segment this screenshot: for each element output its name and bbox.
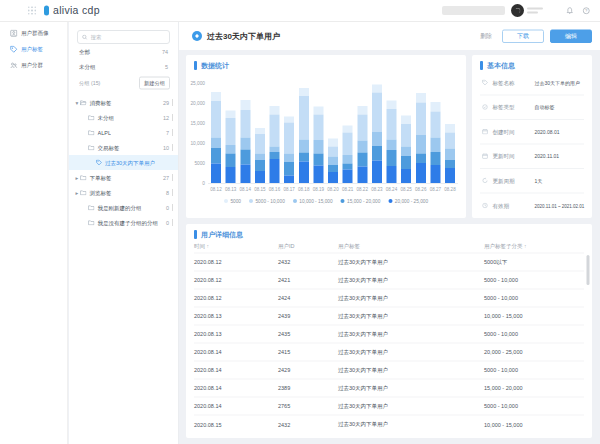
bar-segment — [372, 93, 382, 132]
table-cell: 2429 — [278, 361, 338, 379]
table-cell: 2020.08.13 — [194, 325, 278, 343]
table-body: 2020.08.122432过去30天内下单用户5000以下2020.08.12… — [194, 253, 584, 433]
info-value: 2020.08.01 — [535, 129, 560, 135]
tree-filter-ungrouped[interactable]: 未分组 5 — [69, 59, 178, 74]
tree-item[interactable]: ▾消费标签29 — [69, 95, 178, 110]
bar-segment — [270, 152, 280, 159]
info-row: 标签名称过去30天下单的用户 — [480, 71, 584, 96]
item-menu-divider[interactable] — [172, 204, 173, 211]
sort-icon[interactable]: ↑ — [207, 244, 210, 250]
bar-segment — [313, 153, 323, 165]
sidebar-item-label: 用户标签 — [21, 45, 43, 53]
tree-item-count: 27 — [160, 175, 169, 181]
table-cell: 15,000 - 20,000 — [484, 379, 584, 397]
tree-item-label: 下单标签 — [90, 174, 112, 182]
logo-icon — [44, 6, 49, 16]
table-cell: 2765 — [278, 397, 338, 415]
tag-tree-panel: 全部 74 未分组 5 分组 (15) 新建分组 ▾消费标签29未分组12ALP… — [69, 22, 179, 444]
download-button[interactable]: 下载 — [502, 29, 544, 43]
page-title: 过去30天内下单用户 — [207, 31, 280, 42]
column-header[interactable]: 时间 ↑ — [194, 240, 278, 253]
search-input[interactable] — [91, 34, 166, 40]
tag-icon — [482, 80, 489, 87]
legend-label: 20,000 - 25,000 — [395, 198, 428, 204]
tree-item[interactable]: ▸浏览标签8 — [69, 185, 178, 200]
bar-segment — [372, 132, 382, 146]
bar-segment — [445, 168, 455, 183]
table-row[interactable]: 2020.08.132435过去30天内下单用户5000 - 10,000 — [194, 325, 584, 343]
item-menu-divider[interactable] — [172, 174, 173, 181]
search-box[interactable] — [77, 30, 170, 44]
x-tick-label: 08.21 — [341, 187, 355, 192]
tree-filter-all[interactable]: 全部 74 — [69, 44, 178, 59]
x-tick-label: 08.17 — [282, 187, 296, 192]
item-menu-divider[interactable] — [172, 144, 173, 151]
item-menu-divider[interactable] — [172, 219, 173, 226]
table-cell: 2020.08.14 — [194, 397, 278, 415]
bar-segment — [299, 161, 309, 183]
table-row[interactable]: 2020.08.122424过去30天内下单用户5000 - 10,000 — [194, 289, 584, 307]
column-header: 用户ID — [278, 240, 338, 253]
table-cell: 2020.08.12 — [194, 271, 278, 289]
item-menu-divider[interactable] — [172, 114, 173, 121]
item-menu-divider[interactable] — [172, 99, 173, 106]
tree-item[interactable]: 过去30天内下单用户 — [69, 155, 178, 170]
apps-grid-icon[interactable] — [28, 7, 36, 15]
legend-label: 15,000 - 20,000 — [347, 198, 380, 204]
sidebar-item-user-tags[interactable]: 用户标签 — [0, 41, 67, 57]
table-row[interactable]: 2020.08.142415过去30天内下单用户20,000 - 25,000 — [194, 343, 584, 361]
table-scrollbar[interactable] — [587, 255, 590, 285]
table-row[interactable]: 2020.08.122421过去30天内下单用户5000 - 10,000 — [194, 271, 584, 289]
section-title-statistics: 数据统计 — [201, 61, 229, 70]
bar-segment — [430, 111, 440, 137]
bar-segment — [226, 167, 236, 183]
item-menu-divider[interactable] — [172, 189, 173, 196]
x-tick-label: 08.16 — [268, 187, 282, 192]
section-title-user-detail: 用户详细信息 — [201, 230, 243, 239]
sidebar-item-user-portrait[interactable]: 用户群画像 — [0, 25, 67, 41]
tree-item-label: ALPL — [98, 130, 111, 136]
tree-item-label: 未分组 — [98, 114, 115, 122]
table-cell: 5000 - 10,000 — [484, 289, 584, 307]
tree-item-count: 0 — [163, 205, 169, 211]
table-row[interactable]: 2020.08.122432过去30天内下单用户5000以下 — [194, 253, 584, 271]
edit-button[interactable]: 编辑 — [550, 29, 592, 43]
item-menu-divider[interactable] — [172, 129, 173, 136]
bar-segment — [430, 152, 440, 165]
sort-icon[interactable]: ↑ — [524, 244, 527, 250]
tree-item[interactable]: 我是刚新建的分组0 — [69, 200, 178, 215]
bar-segment — [401, 124, 411, 147]
table-cell: 5000以下 — [484, 253, 584, 271]
x-axis-labels: 08.1208.1308.1408.1508.1608.1708.1808.19… — [208, 187, 458, 192]
tree-item-label: 我是没有建子分组的分组 — [98, 219, 159, 227]
table-row[interactable]: 2020.08.142429过去30天内下单用户5000 - 10,000 — [194, 361, 584, 379]
tree-item[interactable]: ▸下单标签27 — [69, 170, 178, 185]
table-row[interactable]: 2020.08.142389过去30天内下单用户15,000 - 20,000 — [194, 379, 584, 397]
delete-button[interactable]: 删除 — [480, 32, 492, 41]
table-cell: 10,000 - 15,000 — [484, 415, 584, 433]
new-group-button[interactable]: 新建分组 — [139, 77, 170, 90]
y-tick-label: 5000 — [194, 160, 205, 166]
bar-segment — [299, 96, 309, 139]
bar-segment — [445, 160, 455, 168]
sidebar-item-user-groups[interactable]: 用户分群 — [0, 57, 67, 73]
x-tick-label: 08.13 — [224, 187, 238, 192]
bar-segment — [240, 137, 250, 149]
bar-segment — [387, 101, 397, 109]
column-header[interactable]: 用户标签子分类 ↑ — [484, 240, 584, 253]
help-icon[interactable]: ? — [583, 7, 591, 15]
table-row[interactable]: 2020.08.142765过去30天内下单用户5000 - 10,000 — [194, 397, 584, 415]
tree-item[interactable]: 未分组12 — [69, 110, 178, 125]
table-cell: 5000 - 10,000 — [484, 397, 584, 415]
table-row[interactable]: 2020.08.152432过去30天内下单用户10,000 - 15,000 — [194, 415, 584, 433]
bar-08.28 — [445, 124, 455, 183]
tree-item[interactable]: ALPL7 — [69, 125, 178, 140]
tree-item[interactable]: 我是没有建子分组的分组0 — [69, 215, 178, 230]
info-label: 创建时间 — [493, 128, 535, 136]
avatar[interactable] — [511, 4, 524, 17]
table-row[interactable]: 2020.08.132439过去30天内下单用户10,000 - 15,000 — [194, 307, 584, 325]
bell-icon[interactable] — [566, 7, 574, 15]
info-label: 标签类型 — [493, 104, 535, 112]
tree-item[interactable]: 交易标签10 — [69, 140, 178, 155]
legend-dot — [293, 199, 297, 203]
